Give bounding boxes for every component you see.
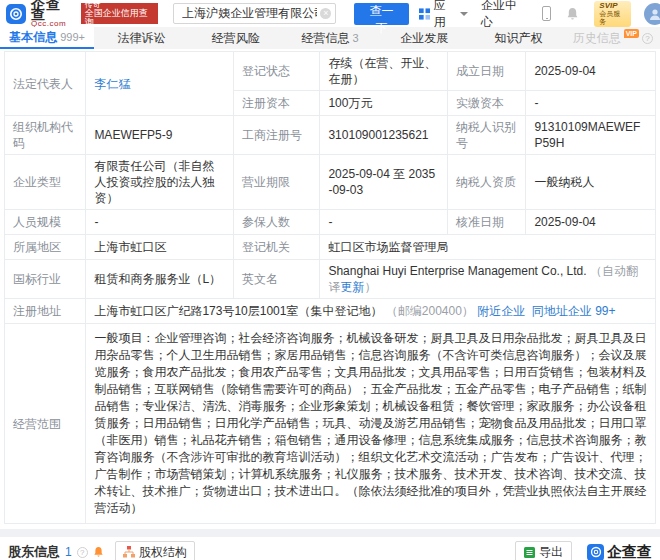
export-button[interactable]: 导出 [515,541,572,560]
tab-company-development[interactable]: 企业发展 [377,27,471,49]
export-label: 导出 [539,544,563,560]
brand-name: 企查查 [31,0,74,19]
org-chart-icon [123,546,135,558]
est-date-label: 成立日期 [448,52,526,91]
biz-term-label: 营业期限 [234,155,320,210]
enterprise-center-link[interactable]: 企业中心 [481,0,527,31]
apps-menu[interactable]: 应用 [419,0,468,31]
svip-label: SVIP [599,2,626,10]
top-header: 企查查 Qcc.com 传奇 全国企业信用查询 × 查一下 应用 企业中心 SV… [0,0,660,27]
insured-value: - [320,210,448,235]
tab-count: 3 [352,32,358,44]
apps-label: 应用 [434,0,456,31]
section-tabbar: 基本信息 999+ 法律诉讼 经营风险 经营信息 3 企业发展 知识产权 历史信… [0,27,660,49]
english-name-cell: Shanghai Huyi Enterprise Management Co.,… [320,260,656,299]
tab-label: 法律诉讼 [117,30,165,47]
approval-date-value: 2025-09-04 [526,210,656,235]
biz-reg-no-value: 310109001235621 [320,116,448,155]
equity-structure-label: 股权结构 [139,544,187,560]
org-code-value: MAEWEFP5-9 [86,116,234,155]
auto-translate-note-end: ） [364,280,376,294]
address-label: 注册地址 [5,299,86,324]
section-divider [0,529,660,537]
approval-date-label: 核准日期 [448,210,526,235]
tab-label: 基本信息 [9,29,57,46]
qcc-watermark-icon [587,544,604,560]
legal-rep-label: 法定代表人 [5,52,86,116]
nearby-companies-link[interactable]: 附近企业 [477,304,525,318]
spreadsheet-icon [524,547,535,558]
est-date-value: 2025-09-04 [526,52,656,91]
legal-rep-link[interactable]: 李仁猛 [94,77,130,91]
search-input[interactable] [173,3,336,24]
paid-capital-value: - [526,91,656,116]
tab-count: 999+ [60,31,85,43]
address-value: 上海市虹口区广纪路173号10层1001室（集中登记地） [94,304,382,318]
tab-label: 历史信息 [573,30,621,47]
info-circle-icon[interactable]: ? [77,547,88,558]
biz-term-value: 2025-09-04 至 2035-09-03 [320,155,448,210]
scope-value: 一般项目：企业管理咨询；社会经济咨询服务；机械设备研发；厨具卫具及日用杂品批发；… [86,324,656,524]
slogan-ribbon: 传奇 全国企业信用查询 [81,3,159,24]
taxpayer-id-value: 91310109MAEWEFP59H [526,116,656,155]
svip-member-badge[interactable]: SVIP 会员服务 [594,1,631,27]
scope-label: 经营范围 [5,324,86,524]
address-postcode: （邮编200400） [386,304,474,318]
qcc-watermark-text: 企查查 [607,543,652,560]
shareholders-title: 股东信息 [8,543,60,560]
user-avatar[interactable] [644,3,660,25]
reg-status-label: 登记状态 [234,52,320,91]
help-circle-icon: ? [642,33,653,44]
tab-label: 经营信息 [301,30,349,47]
tab-label: 知识产权 [495,30,543,47]
tab-history-info[interactable]: 历史信息 VIP ? [566,27,660,49]
tab-intellectual-property[interactable]: 知识产权 [471,27,565,49]
reg-capital-label: 注册资本 [234,91,320,116]
insured-label: 参保人数 [234,210,320,235]
qcc-watermark: 企查查 [587,543,652,560]
company-type-label: 企业类型 [5,155,86,210]
change-alert-bell-icon[interactable] [93,546,104,558]
translate-update-link[interactable]: 更新 [340,280,364,294]
shareholders-count: 1 [65,545,72,559]
industry-label: 国标行业 [5,260,86,299]
region-value: 上海市虹口区 [86,235,234,260]
reg-capital-value: 100万元 [320,91,448,116]
chevron-down-icon [460,12,468,16]
tab-label: 经营风险 [212,30,260,47]
tab-basic-info[interactable]: 基本信息 999+ [0,27,94,49]
mobile-app-icon[interactable] [542,6,552,21]
english-name-label: 英文名 [234,260,320,299]
industry-value: 租赁和商务服务业（L） [86,260,234,299]
reg-authority-value: 虹口区市场监督管理局 [320,235,656,260]
staff-size-value: - [86,210,234,235]
reg-authority-label: 登记机关 [234,235,320,260]
svip-sublabel: 会员服务 [599,10,626,26]
apps-grid-icon [419,8,430,20]
search-box: × [173,3,336,24]
taxpayer-id-label: 纳税人识别号 [448,116,526,155]
tab-legal-litigation[interactable]: 法律诉讼 [94,27,188,49]
org-code-label: 组织机构代码 [5,116,86,155]
vip-tag: VIP [624,29,639,38]
taxpayer-quality-label: 纳税人资质 [448,155,526,210]
tab-label: 企业发展 [400,30,448,47]
qcc-logo-icon[interactable] [6,4,26,24]
basic-info-table: 法定代表人 李仁猛 登记状态 存续（在营、开业、在册） 成立日期 2025-09… [4,51,656,524]
region-label: 所属地区 [5,235,86,260]
equity-structure-button[interactable]: 股权结构 [115,541,195,560]
reg-status-value: 存续（在营、开业、在册） [320,52,448,91]
staff-size-label: 人员规模 [5,210,86,235]
company-type-value: 有限责任公司（非自然人投资或控股的法人独资） [86,155,234,210]
shareholders-header: 股东信息 1 ? 股权结构 导出 企查查 [0,537,660,560]
tab-operating-info[interactable]: 经营信息 3 [283,27,377,49]
same-address-companies-link[interactable]: 同地址企业 99+ [532,304,616,318]
brand-lockup[interactable]: 企查查 Qcc.com [31,0,74,29]
english-name-value: Shanghai Huyi Enterprise Management Co.,… [328,264,586,278]
biz-reg-no-label: 工商注册号 [234,116,320,155]
notifications-bell-icon[interactable] [566,7,579,21]
search-button[interactable]: 查一下 [354,3,408,25]
slogan-line2: 全国企业信用查询 [85,9,154,27]
taxpayer-quality-value: 一般纳税人 [526,155,656,210]
tab-operating-risk[interactable]: 经营风险 [189,27,283,49]
